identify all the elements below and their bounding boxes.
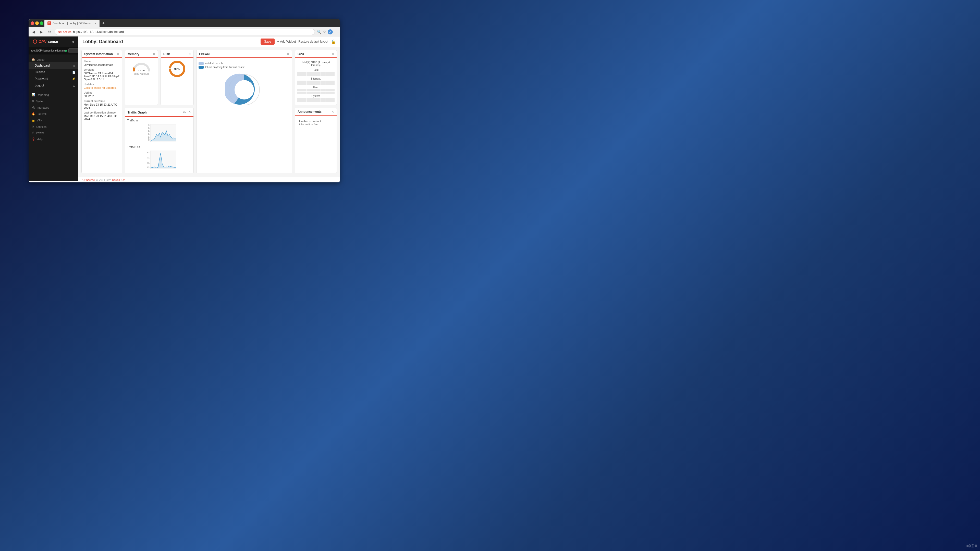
updates-link[interactable]: Click to check for updates. [84, 86, 120, 89]
help-icon: ❓ [32, 138, 35, 141]
bookmark-icon[interactable]: ☆ [323, 30, 326, 34]
cpu-cell [325, 74, 330, 76]
announcements-title: Announcements [298, 110, 321, 114]
sidebar-item-dashboard[interactable]: Dashboard ⊞ [29, 62, 78, 69]
lobby-icon: 🏠 [32, 58, 35, 61]
announcements-header: Announcements ✕ [295, 108, 337, 116]
cpu-cell [330, 89, 335, 91]
sidebar-section-vpn[interactable]: 🔒 VPN [29, 117, 78, 123]
traffic-body: Traffic In 3.50 K 3.00 K 2.50 K 2.00 K 1… [125, 117, 193, 173]
help-label: Help [37, 138, 43, 141]
cpu-cell [297, 98, 302, 100]
deciso-link[interactable]: Deciso B.V. [112, 179, 125, 181]
maximize-button[interactable] [40, 21, 43, 25]
traffic-title: Traffic Graph [127, 111, 147, 114]
logo-text: OPN [38, 40, 46, 44]
name-label: Name [84, 60, 120, 63]
cpu-info-text: Intel(R) N100 (4 cores, 4 threads) [297, 60, 334, 68]
restore-layout-button[interactable]: Restore default layout [298, 40, 328, 43]
interfaces-icon: 🔌 [32, 106, 35, 109]
firewall-close[interactable]: ✕ [287, 52, 290, 56]
cpu-user-grid [297, 89, 334, 94]
cpu-close[interactable]: ✕ [331, 52, 334, 56]
date-label: Current date/time [84, 100, 120, 103]
sidebar-section-help[interactable]: ❓ Help [29, 135, 78, 142]
cpu-cell [316, 81, 321, 83]
disk-close[interactable]: ✕ [188, 52, 191, 56]
sidebar-section-reporting[interactable]: 📊 Reporting [29, 91, 78, 97]
traffic-header: Traffic Graph ✏ ✕ [125, 108, 193, 117]
system-info-close[interactable]: ✕ [117, 52, 119, 56]
back-button[interactable]: ◀ [30, 29, 37, 35]
uptime-label: Uptime [84, 91, 120, 94]
add-widget-button[interactable]: + Add Widget [277, 40, 296, 43]
sidebar-menu: 🏠 Lobby Dashboard ⊞ License 📄 Password 🔑… [29, 55, 78, 143]
cpu-cell [307, 81, 311, 83]
cpu-cell [297, 89, 302, 91]
interfaces-label: Interfaces [37, 106, 49, 109]
memory-close[interactable]: ✕ [153, 52, 155, 56]
cpu-cell [330, 81, 335, 83]
sidebar-item-license[interactable]: License 📄 [29, 69, 78, 76]
cpu-cell [302, 89, 307, 91]
tab-close-icon[interactable]: ✕ [94, 22, 97, 25]
footer-copyright: (c) 2014-2024 [95, 179, 112, 181]
lock-icon[interactable]: 🔒 [331, 39, 336, 44]
opnsense-link[interactable]: OPNsense [83, 179, 95, 181]
cpu-cell [302, 81, 307, 83]
sidebar-section-interfaces[interactable]: 🔌 Interfaces [29, 104, 78, 110]
sidebar-section-power[interactable]: ⏻ Power [29, 129, 78, 135]
cpu-cell [321, 98, 325, 100]
system-info-body: Name OPNsense.localdomain Versions OPNse… [82, 58, 122, 125]
disk-body: 98% [161, 58, 193, 80]
new-tab-button[interactable]: + [100, 21, 107, 26]
address-input[interactable]: Not secure https://192.168.1.1/ui/core/d… [55, 29, 315, 35]
password-icon: 🔑 [72, 78, 75, 80]
close-button[interactable] [30, 21, 34, 25]
sidebar-section-services[interactable]: ⚙ Services [29, 123, 78, 129]
announcements-body: Unable to contact information feed. [295, 116, 337, 130]
cpu-cell [321, 72, 325, 74]
memory-header: Memory ✕ [125, 50, 158, 58]
forward-button[interactable]: ▶ [38, 29, 45, 35]
cpu-cell [325, 83, 330, 85]
firewall-chart-area [199, 71, 290, 109]
sidebar-item-logout[interactable]: Logout ⏻ [29, 82, 78, 89]
menu-icon[interactable]: ⋮ [334, 30, 338, 34]
main-actions: Save + Add Widget Restore default layout… [261, 38, 336, 44]
announcements-close[interactable]: ✕ [331, 110, 334, 114]
traffic-edit-icon[interactable]: ✏ [183, 110, 186, 115]
sidebar-section-lobby[interactable]: 🏠 Lobby [29, 56, 78, 62]
cpu-cell [307, 74, 311, 76]
sidebar-toggle[interactable]: ◀ [72, 40, 74, 44]
sidebar-section-firewall[interactable]: 🔥 Firewall [29, 110, 78, 117]
cpu-cell [321, 74, 325, 76]
profile-icon[interactable]: A [328, 29, 333, 35]
cpu-cell [297, 92, 302, 94]
memory-widget: Memory ✕ 7.42% 588 / 7920 MB [125, 50, 158, 105]
main-content: Lobby: Dashboard Save + Add Widget Resto… [78, 37, 340, 181]
sidebar-item-password[interactable]: Password 🔑 [29, 76, 78, 82]
services-label: Services [36, 125, 46, 128]
sidebar-section-system[interactable]: ⚙ System [29, 97, 78, 104]
tab-bar: 🛡 Dashboard | Lobby | OPNsens... ✕ + [29, 19, 340, 27]
status-dot [65, 50, 67, 52]
footer: OPNsense (c) 2014-2024 Deciso B.V. [78, 176, 340, 181]
cpu-cell [297, 83, 302, 85]
cpu-cell [330, 98, 335, 100]
disk-header: Disk ✕ [161, 50, 193, 58]
minimize-button[interactable] [35, 21, 39, 25]
password-label: Password [35, 77, 48, 81]
info-name: Name OPNsense.localdomain [84, 60, 120, 66]
logo-icon: ⬡ [33, 38, 37, 44]
cpu-cell [316, 100, 321, 102]
cpu-cell [302, 92, 307, 94]
search-icon[interactable]: 🔍 [317, 30, 321, 34]
address-bar: ◀ ▶ ↻ Not secure https://192.168.1.1/ui/… [29, 27, 340, 37]
traffic-close[interactable]: ✕ [188, 110, 191, 115]
dashboard-icon: ⊞ [73, 64, 75, 67]
refresh-button[interactable]: ↻ [46, 29, 52, 35]
active-tab[interactable]: 🛡 Dashboard | Lobby | OPNsens... ✕ [45, 20, 100, 27]
save-button[interactable]: Save [261, 38, 275, 44]
logo-sense: sense [48, 40, 58, 44]
